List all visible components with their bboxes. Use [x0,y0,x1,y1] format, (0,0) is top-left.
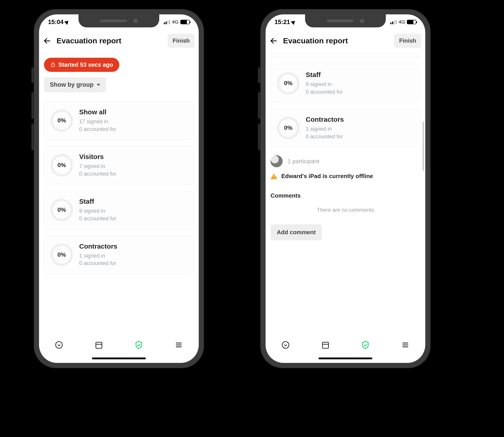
group-title: Visitors [79,153,116,160]
svg-rect-15 [323,342,329,348]
warning-row: ! Edward's iPad is currently offline [270,173,420,180]
tab-clock[interactable] [54,340,64,350]
camera [133,19,138,23]
calendar-icon [95,341,103,349]
notch [305,14,386,27]
home-indicator[interactable] [92,358,146,359]
finish-button[interactable]: Finish [168,34,195,48]
group-card[interactable]: 0% Contractors 1 signed in 0 accounted f… [270,109,420,147]
group-card[interactable]: 0% Visitors 7 signed in 0 accounted for [44,146,194,184]
tab-evacuation[interactable] [361,340,370,350]
group-title: Contractors [306,116,344,123]
tab-calendar[interactable] [321,340,330,350]
phone-side-button [258,123,260,150]
shield-check-icon [361,341,370,349]
group-accounted: 0 accounted for [79,170,116,178]
chevron-down-icon [97,84,100,86]
group-signed: 7 signed in [79,162,116,170]
phone-side-button [258,67,260,83]
battery-icon [180,20,190,24]
tab-menu[interactable] [400,340,410,350]
menu-icon [401,341,409,349]
progress-ring: 0% [50,199,73,221]
speaker [100,20,127,22]
signal-icon [164,20,170,24]
filter-chip-label: Show by group [50,81,94,88]
phone-left-frame: 15:04 4G Evacuation report Finish Starte… [34,9,204,368]
stopwatch-icon [50,62,56,68]
location-icon [291,19,296,25]
add-comment-button[interactable]: Add comment [270,224,322,240]
top-bar: Evacuation report Finish [39,30,199,52]
camera [360,19,364,23]
group-title: Contractors [79,243,117,250]
tab-menu[interactable] [174,340,184,350]
progress-ring: 0% [277,117,299,139]
comments-heading: Comments [270,192,420,199]
svg-point-14 [282,342,289,348]
screen: 15:04 4G Evacuation report Finish Starte… [39,14,199,363]
svg-point-4 [56,342,62,348]
group-signed: 9 signed in [306,80,343,88]
group-accounted: 0 accounted for [306,88,343,96]
progress-ring: 0% [277,72,299,95]
group-signed: 9 signed in [79,207,116,215]
phone-side-button [31,123,34,150]
progress-ring: 0% [50,154,73,177]
group-signed: 1 signed in [79,252,117,260]
status-time: 15:04 [48,19,64,26]
svg-rect-5 [96,342,102,348]
arrow-left-icon [43,37,51,45]
group-card[interactable]: 0% Contractors 1 signed in 0 accounted f… [44,236,194,274]
phone-right-frame: 15:21 4G Evacuation report Finish 0% [260,9,431,368]
filter-chip[interactable]: Show by group [44,77,106,92]
group-accounted: 0 accounted for [79,125,116,133]
shield-check-icon [134,341,143,349]
finish-button[interactable]: Finish [394,34,421,48]
calendar-icon [321,341,330,349]
group-card[interactable]: 0% Show all 17 signed in 0 accounted for [44,101,194,140]
timer-chip: Started 53 secs ago [44,58,119,72]
status-time: 15:21 [275,19,290,26]
signal-icon [390,20,397,24]
timer-chip-label: Started 53 secs ago [58,61,113,68]
group-accounted: 0 accounted for [79,259,117,267]
network-label: 4G [172,19,179,25]
group-card[interactable]: 0% Staff 9 signed in 0 accounted for [44,191,194,229]
tab-clock[interactable] [281,340,290,350]
participants-label: 1 participant [287,158,319,165]
group-signed: 17 signed in [79,118,116,125]
group-card-partial[interactable] [270,54,420,58]
page-title: Evacuation report [283,36,391,45]
content-area: Started 53 secs ago Show by group 0% Sho… [39,52,199,334]
clock-icon [282,341,290,349]
arrow-left-icon [270,37,278,45]
speaker [327,20,353,22]
network-label: 4G [399,19,405,25]
content-area: 0% Staff 9 signed in 0 accounted for 0% … [266,52,425,334]
avatar [270,155,283,167]
scroll-indicator[interactable] [423,121,424,171]
group-accounted: 0 accounted for [306,133,344,140]
clock-icon [55,341,63,349]
group-title: Staff [79,198,116,205]
warning-icon: ! [270,173,277,179]
tab-calendar[interactable] [94,340,104,350]
back-button[interactable] [41,35,53,47]
progress-ring: 0% [50,109,73,132]
phone-side-button [31,92,34,119]
comments-empty: There are no comments [270,207,420,213]
top-bar: Evacuation report Finish [266,30,425,52]
tab-evacuation[interactable] [134,340,144,350]
screen: 15:21 4G Evacuation report Finish 0% [266,14,425,363]
menu-icon [175,341,183,349]
back-button[interactable] [267,35,280,47]
phone-side-button [258,92,260,119]
page-title: Evacuation report [57,36,164,45]
location-icon [64,19,70,25]
group-title: Show all [79,108,116,116]
group-signed: 1 signed in [306,125,344,133]
group-card[interactable]: 0% Staff 9 signed in 0 accounted for [270,64,420,102]
home-indicator[interactable] [319,358,372,359]
phone-side-button [31,67,34,83]
